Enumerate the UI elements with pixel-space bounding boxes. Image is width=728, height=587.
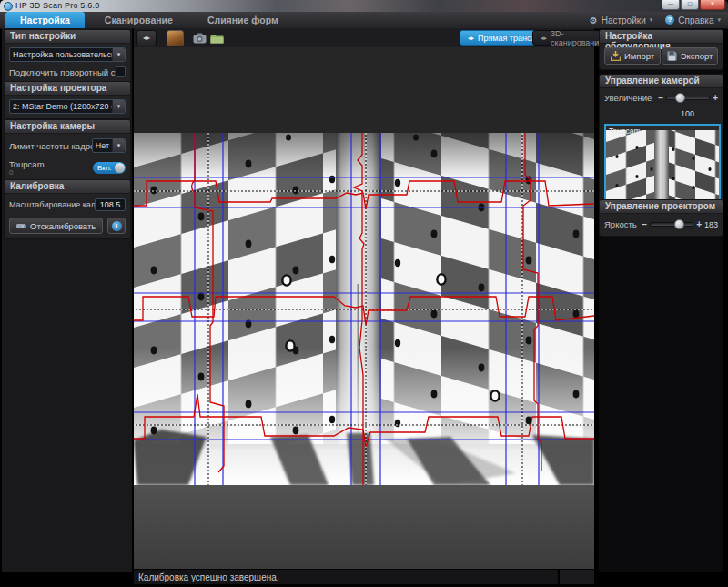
toupcam-device-index: 0 bbox=[9, 168, 45, 177]
zoom-label: Увеличение bbox=[604, 93, 652, 103]
brightness-slider[interactable]: − + 183 bbox=[642, 220, 718, 229]
window-title: HP 3D Scan Pro 5.6.0 bbox=[15, 1, 99, 10]
panel-hardware-setup: Настройка оборудования Импорт Экспорт bbox=[599, 29, 723, 70]
toupcam-preview-image bbox=[606, 126, 719, 206]
camera-live-view bbox=[134, 47, 594, 485]
panel-camera-control-title: Управление камерой bbox=[600, 75, 723, 88]
left-sidebar: Тип настройки Настройка пользовательског… bbox=[2, 28, 132, 572]
panel-setup-type-title: Тип настройки bbox=[5, 30, 130, 44]
panel-calibration: Калибровка Масштабирование калибровк Отс… bbox=[4, 179, 131, 239]
window-controls: — ▢ ✕ bbox=[661, 0, 725, 10]
panel-hardware-title: Настройка оборудования bbox=[600, 30, 723, 44]
calibration-info-button[interactable]: i bbox=[107, 218, 126, 234]
help-icon: ? bbox=[665, 15, 674, 25]
panel-calibration-title: Калибровка bbox=[5, 180, 130, 194]
brightness-slider-knob[interactable] bbox=[674, 219, 684, 229]
export-button[interactable]: Экспорт bbox=[662, 47, 718, 65]
toggle-knob bbox=[115, 163, 125, 173]
import-button[interactable]: Импорт bbox=[604, 47, 661, 65]
calibration-scene bbox=[134, 47, 594, 485]
zoom-value: 100 bbox=[681, 109, 694, 118]
projector-display-dropdown[interactable]: 2: MStar Demo (1280x720 @ 60Hz ▾ bbox=[9, 99, 126, 114]
pan-arrows-button[interactable]: ◂▸ bbox=[136, 30, 157, 46]
gear-icon: ⚙ bbox=[590, 15, 598, 25]
info-icon: i bbox=[112, 221, 122, 231]
help-menu[interactable]: ? Справка ▾ bbox=[665, 15, 721, 25]
plus-icon[interactable]: + bbox=[713, 94, 718, 103]
status-bar: Калибровка успешно завершена. bbox=[134, 569, 594, 584]
open-folder-button[interactable] bbox=[209, 31, 225, 46]
minus-icon[interactable]: − bbox=[642, 220, 647, 229]
status-message: Калибровка успешно завершена. bbox=[134, 572, 558, 582]
panel-projector-control-title: Управление проектором bbox=[600, 200, 723, 214]
panel-projector-title: Настройка проектора bbox=[5, 82, 130, 96]
right-sidebar: Настройка оборудования Импорт Экспорт Уп… bbox=[599, 28, 723, 572]
settings-menu[interactable]: ⚙ Настройки ▾ bbox=[590, 15, 653, 25]
status-secondary-cell bbox=[558, 570, 594, 584]
panel-projector-setup: Настройка проектора 2: MStar Demo (1280x… bbox=[4, 81, 131, 119]
turntable-label: Подключить поворотный стол bbox=[9, 67, 116, 77]
main-toolbar: ◂▸ ◂▸ Прямая трансляция ◂▸ 3D-сканирован… bbox=[134, 28, 594, 47]
brightness-value: 183 bbox=[704, 220, 718, 229]
toupcam-preview-label: Toupcam bbox=[609, 127, 641, 136]
fps-limit-dropdown[interactable]: Нет ▾ bbox=[92, 138, 126, 153]
title-bar: HP 3D Scan Pro 5.6.0 — ▢ ✕ bbox=[0, 0, 728, 13]
chevron-down-icon: ▾ bbox=[717, 16, 721, 24]
maximize-button[interactable]: ▢ bbox=[681, 0, 699, 10]
snapshot-button[interactable] bbox=[192, 31, 207, 46]
panel-setup-type: Тип настройки Настройка пользовательског… bbox=[4, 29, 131, 83]
panel-camera-setup: Настройка камеры Лимит частоты кадров Не… bbox=[4, 119, 131, 182]
calibration-scale-input[interactable] bbox=[95, 198, 126, 211]
panel-projector-control: Управление проектором Яркость − + 183 bbox=[599, 199, 723, 237]
tab-mesh-merge[interactable]: Слияние форм bbox=[193, 12, 293, 28]
calibration-scale-label: Масштабирование калибровк bbox=[9, 200, 95, 209]
fps-limit-label: Лимит частоты кадров bbox=[9, 141, 92, 151]
panel-camera-title: Настройка камеры bbox=[5, 120, 130, 134]
app-window: { "window": { "title": "HP 3D Scan Pro 5… bbox=[0, 0, 728, 587]
eye-arrows-icon: ◂▸ bbox=[468, 35, 474, 42]
tab-scanning[interactable]: Сканирование bbox=[90, 12, 187, 28]
app-icon bbox=[4, 2, 13, 11]
turntable-checkbox[interactable] bbox=[116, 66, 126, 77]
minimize-button[interactable]: — bbox=[662, 0, 680, 10]
help-menu-label: Справка bbox=[678, 15, 713, 25]
panel-camera-control: Управление камерой Увеличение − + 100 To… bbox=[599, 74, 723, 213]
calibrate-button[interactable]: Отскалибровать bbox=[9, 218, 103, 234]
zoom-slider[interactable]: − + bbox=[658, 94, 718, 103]
viewport-spacer bbox=[134, 485, 594, 569]
tab-bar: Настройка Сканирование Слияние форм ⚙ На… bbox=[0, 12, 728, 29]
floppy-save-icon bbox=[667, 51, 677, 61]
chevron-down-icon: ▾ bbox=[650, 16, 653, 24]
chevron-down-icon: ▾ bbox=[112, 139, 125, 152]
close-button[interactable]: ✕ bbox=[700, 0, 725, 10]
settings-menu-label: Настройки bbox=[602, 15, 646, 25]
toupcam-device-label: Toupcam bbox=[9, 159, 45, 169]
toupcam-preview[interactable]: Toupcam bbox=[604, 124, 721, 207]
brightness-label: Яркость bbox=[604, 219, 637, 229]
eye-arrows-icon: ◂▸ bbox=[541, 35, 547, 42]
camera-icon bbox=[193, 33, 207, 44]
projector-icon bbox=[16, 222, 26, 230]
plus-icon[interactable]: + bbox=[696, 220, 702, 229]
minus-icon[interactable]: − bbox=[658, 94, 663, 103]
toupcam-enable-toggle[interactable]: Вкл. bbox=[93, 162, 126, 174]
chevron-down-icon: ▾ bbox=[112, 100, 125, 113]
zoom-slider-knob[interactable] bbox=[675, 93, 685, 103]
tab-setup[interactable]: Настройка bbox=[5, 12, 85, 28]
setup-preset-dropdown[interactable]: Настройка пользовательского структ ▾ bbox=[9, 47, 126, 62]
pattern-thumbnail-button[interactable] bbox=[167, 30, 184, 46]
folder-icon bbox=[210, 33, 224, 44]
titlebar-menu: ⚙ Настройки ▾ ? Справка ▾ bbox=[590, 12, 721, 28]
chevron-down-icon: ▾ bbox=[112, 48, 125, 61]
import-icon bbox=[611, 51, 621, 61]
